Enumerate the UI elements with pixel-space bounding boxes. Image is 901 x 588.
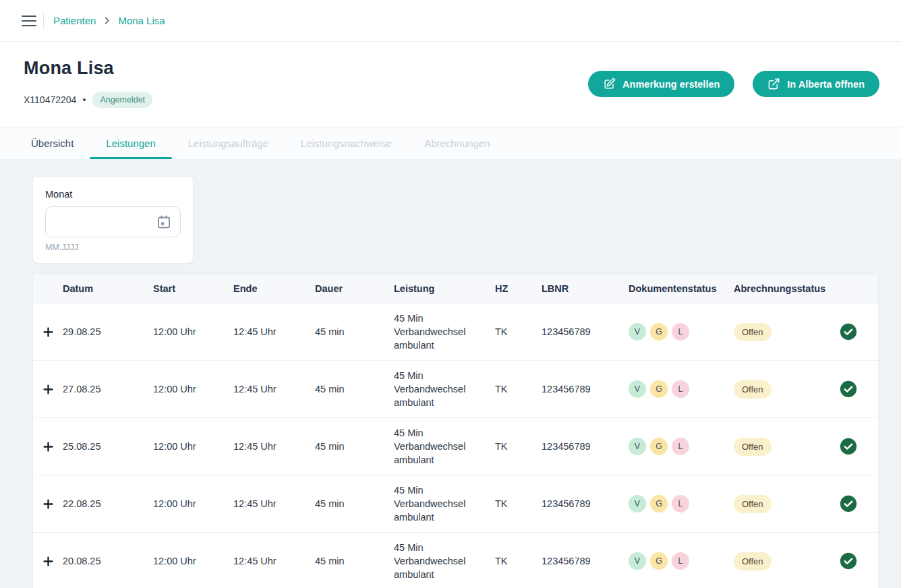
calendar-icon[interactable] — [154, 212, 173, 231]
doc-status-badge-v: V — [629, 438, 646, 455]
breadcrumb-patienten[interactable]: Patienten — [53, 15, 96, 26]
tab-abrechnungen[interactable]: Abrechnungen — [408, 127, 506, 159]
col-leistung: Leistung — [394, 283, 495, 294]
cell-datum: 29.08.25 — [63, 326, 153, 337]
cell-ende: 12:45 Uhr — [233, 556, 315, 566]
cell-datum: 25.08.25 — [63, 441, 153, 452]
doc-status-badge-l: L — [672, 495, 689, 512]
expand-row-button[interactable] — [40, 382, 56, 397]
cell-lbnr: 123456789 — [542, 441, 629, 452]
cell-dauer: 45 min — [315, 556, 394, 566]
col-start: Start — [153, 283, 233, 294]
cell-dauer: 45 min — [315, 326, 394, 337]
check-icon — [837, 438, 879, 455]
cell-ende: 12:45 Uhr — [233, 384, 315, 394]
month-filter-card: Monat MM.JJJJ — [32, 176, 194, 264]
cell-abrechnungsstatus: Offen — [734, 323, 837, 341]
doc-status-badge-l: L — [672, 438, 689, 455]
col-dauer: Dauer — [315, 283, 394, 294]
cell-datum: 27.08.25 — [63, 384, 153, 394]
doc-status-badges: VGL — [629, 323, 734, 341]
header-actions: Anmerkung erstellen In Alberta öffnen — [588, 58, 879, 108]
page-header: Mona Lisa X110472204 Angemeldet Anmerkun… — [0, 42, 901, 127]
cell-hz: TK — [495, 326, 542, 337]
cell-datum: 20.08.25 — [63, 556, 153, 566]
status-badge: Angemeldet — [92, 92, 152, 108]
topbar: Patienten Mona Lisa — [0, 0, 901, 42]
table-row: 20.08.25 12:00 Uhr 12:45 Uhr 45 min 45 M… — [33, 533, 878, 588]
external-link-icon — [767, 78, 780, 90]
open-in-alberta-button[interactable]: In Alberta öffnen — [753, 71, 879, 97]
col-ende: Ende — [233, 283, 315, 294]
chevron-right-icon — [103, 16, 111, 25]
cell-start: 12:00 Uhr — [153, 556, 233, 566]
cell-datum: 22.08.25 — [63, 498, 153, 509]
table-row: 29.08.25 12:00 Uhr 12:45 Uhr 45 min 45 M… — [33, 303, 878, 361]
doc-status-badge-g: G — [650, 438, 668, 455]
check-icon — [837, 552, 879, 570]
create-note-label: Anmerkung erstellen — [622, 79, 720, 90]
cell-hz: TK — [495, 556, 542, 566]
cell-lbnr: 123456789 — [542, 556, 629, 566]
doc-status-badge-l: L — [672, 323, 689, 341]
open-in-alberta-label: In Alberta öffnen — [787, 79, 865, 90]
doc-status-badges: VGL — [629, 552, 734, 570]
cell-abrechnungsstatus: Offen — [734, 495, 837, 513]
cell-lbnr: 123456789 — [542, 384, 629, 394]
expand-row-button[interactable] — [40, 554, 56, 569]
expand-row-button[interactable] — [40, 496, 56, 512]
billing-status-badge: Offen — [734, 495, 772, 513]
patient-id: X110472204 — [24, 94, 76, 105]
doc-status-badge-g: G — [650, 552, 668, 570]
patient-meta: X110472204 Angemeldet — [24, 92, 152, 108]
table-row: 22.08.25 12:00 Uhr 12:45 Uhr 45 min 45 M… — [33, 475, 878, 533]
cell-start: 12:00 Uhr — [153, 441, 233, 452]
content: Monat MM.JJJJ Datum Start Ende Dauer Lei… — [0, 159, 901, 588]
billing-status-badge: Offen — [734, 438, 772, 456]
edit-icon — [603, 78, 616, 90]
tab-leistungsnachweise[interactable]: Leistungsnachweise — [285, 127, 408, 159]
cell-abrechnungsstatus: Offen — [734, 380, 837, 399]
cell-leistung: 45 Min Verbandwechsel ambulant — [394, 312, 495, 352]
cell-lbnr: 123456789 — [542, 326, 629, 337]
cell-dauer: 45 min — [315, 498, 394, 509]
cell-start: 12:00 Uhr — [153, 384, 233, 394]
check-icon — [837, 380, 879, 398]
expand-row-button[interactable] — [40, 439, 56, 454]
cell-dauer: 45 min — [315, 441, 394, 452]
cell-abrechnungsstatus: Offen — [734, 438, 837, 456]
page-title: Mona Lisa — [24, 58, 152, 79]
breadcrumb-mona-lisa[interactable]: Mona Lisa — [118, 15, 165, 26]
month-filter-label: Monat — [45, 189, 181, 200]
doc-status-badge-v: V — [629, 495, 646, 512]
meta-dot — [83, 98, 86, 101]
create-note-button[interactable]: Anmerkung erstellen — [588, 71, 734, 97]
tab-uebersicht[interactable]: Übersicht — [15, 127, 90, 159]
cell-dauer: 45 min — [315, 384, 394, 394]
month-input-wrap — [45, 206, 181, 237]
cell-hz: TK — [495, 441, 542, 452]
breadcrumb: Patienten Mona Lisa — [53, 15, 165, 26]
tab-leistungsauftraege[interactable]: Leistungsaufträge — [172, 127, 285, 159]
table-header-row: Datum Start Ende Dauer Leistung HZ LBNR … — [33, 274, 878, 303]
check-icon — [837, 495, 879, 512]
doc-status-badges: VGL — [629, 438, 734, 455]
doc-status-badges: VGL — [629, 380, 734, 398]
cell-ende: 12:45 Uhr — [233, 326, 315, 337]
cell-leistung: 45 Min Verbandwechsel ambulant — [394, 541, 495, 581]
cell-leistung: 45 Min Verbandwechsel ambulant — [394, 483, 495, 524]
doc-status-badge-l: L — [672, 380, 689, 398]
menu-icon[interactable] — [22, 16, 36, 26]
tab-leistungen[interactable]: Leistungen — [90, 127, 171, 159]
col-datum: Datum — [63, 283, 153, 294]
topbar-divider — [43, 12, 44, 30]
table-row: 27.08.25 12:00 Uhr 12:45 Uhr 45 min 45 M… — [33, 361, 878, 418]
cell-ende: 12:45 Uhr — [233, 441, 315, 452]
doc-status-badge-v: V — [629, 323, 646, 341]
check-icon — [837, 323, 879, 341]
doc-status-badge-g: G — [650, 323, 668, 341]
expand-row-button[interactable] — [40, 324, 56, 340]
doc-status-badge-l: L — [672, 552, 689, 570]
tab-bar: Übersicht Leistungen Leistungsaufträge L… — [0, 127, 901, 159]
table-body: 29.08.25 12:00 Uhr 12:45 Uhr 45 min 45 M… — [33, 303, 878, 588]
